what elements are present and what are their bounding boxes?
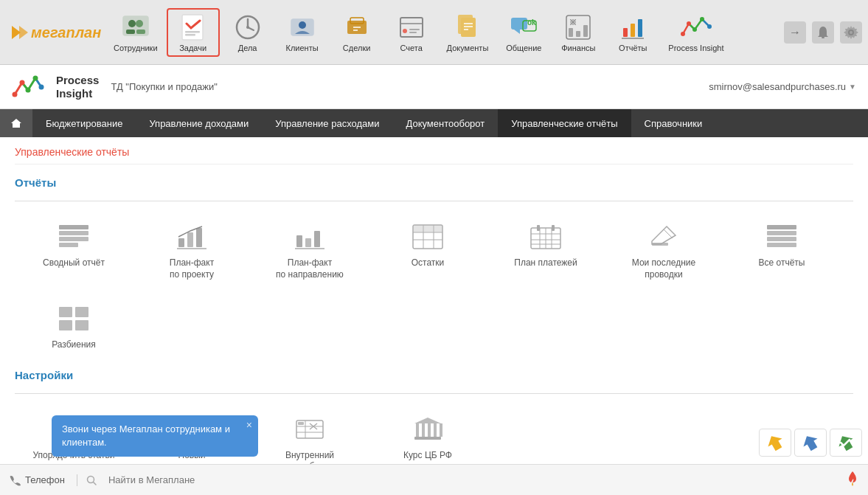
svg-rect-116	[298, 422, 304, 425]
svg-point-4	[128, 20, 136, 27]
nav-item-tasks[interactable]: Задачи	[167, 8, 220, 57]
main-nav-income[interactable]: Управление доходами	[136, 109, 262, 137]
search-input[interactable]	[101, 471, 308, 488]
svg-rect-101	[75, 307, 88, 317]
report-last-entries[interactable]: Мои последние проводки	[605, 210, 723, 292]
svg-rect-99	[767, 243, 796, 247]
nav-item-clients[interactable]: Клиенты	[276, 10, 329, 55]
report-payment-plan[interactable]: План платежей	[487, 210, 605, 292]
svg-marker-127	[799, 432, 821, 453]
table-icon	[410, 222, 445, 252]
report-summary[interactable]: Сводный отчёт	[15, 210, 133, 292]
svg-point-5	[136, 20, 143, 27]
svg-point-51	[687, 21, 691, 26]
tooltip-popup: × Звони через Мегаплан сотрудникам и кли…	[52, 415, 258, 457]
svg-text:ok: ok	[527, 18, 536, 27]
svg-rect-40	[576, 31, 580, 37]
svg-rect-73	[196, 228, 202, 247]
settings-divider	[15, 393, 853, 394]
svg-point-50	[681, 32, 685, 36]
svg-point-54	[707, 24, 712, 29]
bottom-right-buttons	[759, 429, 862, 457]
svg-point-64	[33, 75, 38, 80]
svg-rect-71	[178, 238, 184, 247]
svg-rect-7	[136, 30, 145, 34]
svg-rect-125	[414, 437, 441, 440]
tooltip-close-btn[interactable]: ×	[246, 418, 252, 433]
top-nav-items: Сотрудники Задачи	[106, 8, 784, 57]
nav-documents-label: Документы	[447, 44, 489, 52]
bell-icon[interactable]	[812, 21, 834, 44]
svg-line-130	[93, 482, 96, 485]
nav-item-deals[interactable]: Сделки	[330, 10, 383, 55]
svg-rect-75	[296, 235, 302, 247]
svg-point-16	[299, 21, 306, 29]
report-plan-fact-project[interactable]: План-факт по проекту	[133, 210, 251, 292]
svg-rect-72	[187, 232, 193, 247]
app-logo[interactable]: мегаплан	[6, 17, 94, 48]
report-plan-fact-direction[interactable]: План-факт по направлению	[251, 210, 369, 292]
nav-item-process-insight[interactable]: Process Insight	[661, 10, 731, 55]
svg-rect-44	[638, 19, 642, 37]
report-breakdowns[interactable]: Разбиения	[15, 292, 133, 363]
report-all-reports[interactable]: Все отчёты	[723, 210, 841, 292]
bank-icon	[410, 415, 445, 444]
nav-item-accounts[interactable]: Счета	[385, 10, 438, 55]
phone-section[interactable]: Телефон	[9, 474, 77, 486]
nav-item-reports[interactable]: Отчёты	[606, 10, 659, 55]
bottom-bar: Телефон	[0, 464, 868, 495]
top-nav-bar: мегаплан Сотрудники	[0, 0, 868, 65]
svg-rect-97	[767, 231, 796, 235]
nav-item-communication[interactable]: ok Общение	[497, 10, 550, 55]
svg-rect-100	[59, 307, 72, 317]
main-nav-reference[interactable]: Справочники	[631, 109, 716, 137]
setting-internal-exchange-label: Внутренний курс обмена	[285, 450, 336, 464]
svg-rect-25	[409, 32, 417, 33]
main-nav-docflow[interactable]: Документооборот	[392, 109, 498, 137]
grid-icon	[56, 304, 91, 333]
svg-rect-70	[59, 243, 78, 247]
svg-marker-66	[11, 119, 21, 128]
setting-internal-exchange[interactable]: Внутренний курс обмена	[251, 403, 369, 464]
nav-item-finance[interactable]: Финансы	[552, 10, 605, 55]
svg-marker-1	[19, 26, 28, 39]
pi-user[interactable]: smirnov@salesandpurchases.ru ▼	[709, 81, 856, 92]
settings-section-title: Настройки	[15, 369, 853, 381]
pi-logo-line1: Process	[56, 74, 99, 87]
br-button-3[interactable]	[830, 429, 862, 457]
svg-rect-43	[631, 24, 635, 37]
setting-cbr-rate[interactable]: Курс ЦБ РФ	[369, 403, 487, 464]
gear-icon[interactable]	[840, 21, 862, 44]
br-button-1[interactable]	[759, 429, 791, 457]
svg-rect-102	[59, 320, 72, 330]
pi-user-email: smirnov@salesandpurchases.ru	[709, 81, 846, 92]
search-icon	[86, 475, 97, 485]
main-nav-home[interactable]	[0, 109, 32, 137]
nav-item-documents[interactable]: Документы	[440, 10, 496, 55]
svg-rect-67	[59, 225, 88, 229]
br-button-2[interactable]	[794, 429, 827, 457]
svg-point-65	[39, 84, 44, 89]
nav-item-affairs[interactable]: Дела	[221, 10, 274, 55]
bar-chart-icon	[174, 222, 209, 252]
pi-user-dropdown-icon: ▼	[849, 83, 856, 91]
arrow-right-icon[interactable]: →	[784, 21, 806, 44]
main-nav-budgeting[interactable]: Бюджетирование	[32, 109, 136, 137]
report-remains[interactable]: Остатки	[369, 210, 487, 292]
svg-rect-68	[59, 231, 88, 235]
svg-point-14	[246, 26, 249, 29]
list-icon	[56, 222, 91, 252]
svg-point-61	[13, 91, 18, 97]
report-payment-plan-label: План платежей	[514, 257, 577, 269]
svg-rect-27	[461, 18, 476, 37]
main-nav-expenses[interactable]: Управление расходами	[262, 109, 392, 137]
nav-affairs-label: Дела	[238, 44, 257, 52]
nav-item-employees[interactable]: Сотрудники	[106, 10, 165, 55]
nav-tasks-label: Задачи	[179, 44, 206, 52]
svg-rect-31	[511, 18, 527, 30]
setting-cbr-rate-label: Курс ЦБ РФ	[403, 450, 452, 462]
svg-text:мегаплан: мегаплан	[31, 24, 101, 41]
pencil-icon	[646, 222, 681, 252]
main-nav-mgmt-reports[interactable]: Управленческие отчёты	[498, 109, 631, 137]
pi-logo-line2: Insight	[56, 87, 99, 100]
